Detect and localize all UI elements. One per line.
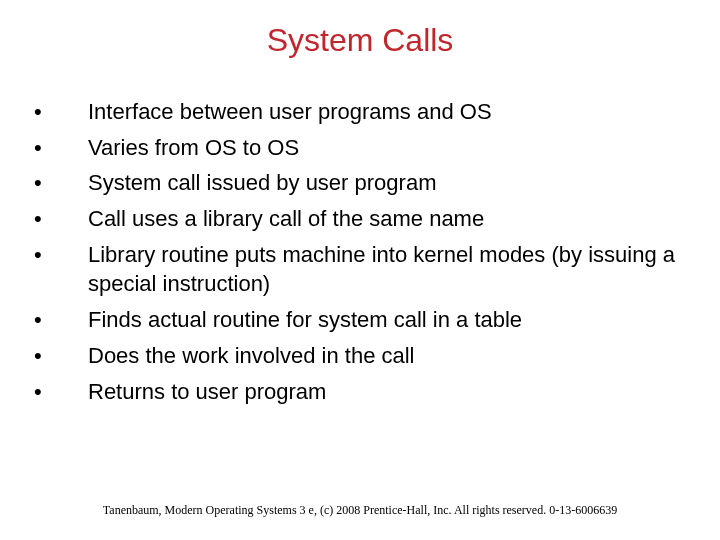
list-item: • Does the work involved in the call: [30, 341, 690, 371]
bullet-text: Returns to user program: [88, 377, 690, 407]
bullet-text: System call issued by user program: [88, 168, 690, 198]
bullet-icon: •: [30, 305, 88, 335]
bullet-icon: •: [30, 204, 88, 234]
list-item: • System call issued by user program: [30, 168, 690, 198]
list-item: • Call uses a library call of the same n…: [30, 204, 690, 234]
bullet-text: Library routine puts machine into kernel…: [88, 240, 690, 299]
bullet-text: Interface between user programs and OS: [88, 97, 690, 127]
list-item: • Interface between user programs and OS: [30, 97, 690, 127]
footer-citation: Tanenbaum, Modern Operating Systems 3 e,…: [0, 503, 720, 518]
bullet-icon: •: [30, 377, 88, 407]
bullet-icon: •: [30, 168, 88, 198]
bullet-text: Call uses a library call of the same nam…: [88, 204, 690, 234]
bullet-icon: •: [30, 341, 88, 371]
bullet-text: Varies from OS to OS: [88, 133, 690, 163]
bullet-text: Does the work involved in the call: [88, 341, 690, 371]
bullet-text: Finds actual routine for system call in …: [88, 305, 690, 335]
bullet-icon: •: [30, 240, 88, 270]
bullet-icon: •: [30, 97, 88, 127]
list-item: • Varies from OS to OS: [30, 133, 690, 163]
list-item: • Library routine puts machine into kern…: [30, 240, 690, 299]
list-item: • Returns to user program: [30, 377, 690, 407]
bullet-list: • Interface between user programs and OS…: [0, 69, 720, 406]
slide-title: System Calls: [0, 0, 720, 69]
bullet-icon: •: [30, 133, 88, 163]
list-item: • Finds actual routine for system call i…: [30, 305, 690, 335]
